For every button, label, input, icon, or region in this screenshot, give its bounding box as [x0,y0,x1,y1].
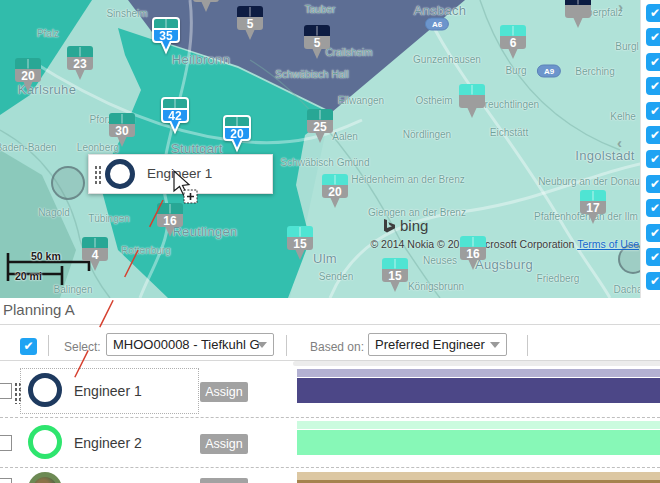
map-pin[interactable]: 25 [305,107,335,147]
svg-text:20: 20 [230,127,244,141]
svg-text:30: 30 [115,124,129,138]
based-on-label: Based on: [310,340,364,354]
layer-checkbox[interactable]: ✔ [646,77,660,95]
assign-button[interactable]: Assign [200,478,248,483]
gantt-bar-secondary [297,369,660,377]
map-pin[interactable]: 16 [458,234,488,274]
map-pin[interactable]: 35 [151,16,181,56]
map-pin[interactable]: 15 [380,256,410,296]
layer-checkbox[interactable]: ✔ [646,272,660,290]
map-layers-checkbox-strip: ✔✔✔✔✔✔✔✔✔✔✔✔ [640,0,660,298]
map-pin[interactable]: 42 [160,96,190,136]
map-pin[interactable] [457,82,487,122]
svg-text:17: 17 [586,201,600,215]
engineer-row[interactable]: Engineer 2 Assign [0,418,660,468]
engineer-avatar [28,373,62,407]
layer-checkbox[interactable]: ✔ [646,53,660,71]
svg-text:15: 15 [293,237,307,251]
map-pin[interactable]: 23 [65,44,95,84]
map-pin[interactable]: 6 [498,23,528,63]
engineer-avatar [28,472,62,483]
map-pin[interactable]: 5 [235,4,265,44]
map-pin[interactable] [191,0,221,16]
layer-checkbox[interactable]: ✔ [646,28,660,46]
svg-text:42: 42 [168,109,182,123]
map-pin[interactable]: 20 [320,172,350,212]
svg-text:16: 16 [466,247,480,261]
map-pan-left-icon[interactable]: ‹ [617,138,622,148]
svg-text:23: 23 [73,57,87,71]
based-on-value: Preferred Engineer [375,337,485,352]
engineer-row[interactable]: Assign [0,469,660,483]
svg-text:35: 35 [159,29,173,43]
page-title: Planning A [3,301,75,318]
map-pan-right-icon[interactable]: › [618,2,623,12]
layer-checkbox[interactable]: ✔ [646,4,660,22]
layer-checkbox[interactable]: ✔ [646,126,660,144]
select-all-checkbox[interactable]: ✔ [20,338,37,355]
gantt-bar-primary [297,378,660,403]
planning-toolbar: ✔ Select: MHOO00008 - Tiefkuhl G Based o… [0,325,660,361]
based-on-dropdown[interactable]: Preferred Engineer [368,333,507,356]
row-checkbox[interactable] [0,383,12,399]
engineer-name: Engineer 1 [147,166,212,181]
engineer-name: Engineer 2 [74,435,142,451]
chevron-down-icon [490,342,500,348]
map-pin[interactable] [563,0,593,32]
order-select-dropdown[interactable]: MHOO00008 - Tiefkuhl G [106,333,274,356]
layer-checkbox[interactable]: ✔ [646,150,660,168]
chevron-down-icon [257,342,267,348]
svg-text:15: 15 [388,269,402,283]
divider [286,335,287,356]
map-pin[interactable]: 5 [302,23,332,63]
layer-checkbox[interactable]: ✔ [646,224,660,242]
assign-button[interactable]: Assign [200,382,248,402]
drag-handle-icon[interactable] [94,165,101,185]
svg-text:20: 20 [21,69,35,83]
svg-text:25: 25 [313,120,327,134]
map-pin[interactable]: 4 [80,235,110,275]
engineer-row[interactable]: Engineer 1 Assign [0,366,660,416]
svg-text:5: 5 [247,17,254,31]
svg-text:20: 20 [328,185,342,199]
app-root: PfalzSinsheimHeilbronnSchwäbisch HallKar… [0,0,660,483]
map-pin[interactable]: 30 [107,111,137,151]
layer-checkbox[interactable]: ✔ [646,102,660,120]
select-label: Select: [64,340,101,354]
map-pin[interactable]: 16 [155,201,185,241]
svg-text:4: 4 [92,248,99,262]
map-attribution: © 2014 Nokia © 2014 Microsoft Corporatio… [370,238,639,250]
svg-text:6: 6 [510,36,517,50]
divider [48,335,49,356]
svg-text:16: 16 [163,214,177,228]
svg-text:5: 5 [314,36,321,50]
assign-button[interactable]: Assign [200,434,248,454]
row-checkbox[interactable] [0,435,12,451]
map-pin[interactable]: 17 [578,188,608,228]
layer-checkbox[interactable]: ✔ [646,199,660,217]
map-region[interactable]: PfalzSinsheimHeilbronnSchwäbisch HallKar… [0,0,660,298]
row-checkbox[interactable] [0,478,12,483]
gantt-bar-primary [297,430,660,455]
map-pin[interactable]: 15 [285,224,315,264]
engineer-avatar [105,159,135,189]
engineer-name: Engineer 1 [74,383,142,399]
gantt-bar-secondary [297,472,660,480]
map-pin[interactable]: 20 [222,114,252,154]
row-separator [0,467,660,468]
terms-of-use-link[interactable]: Terms of Use [577,238,639,250]
divider [527,335,528,356]
map-radius-circle [51,166,85,200]
map-pin[interactable]: 20 [13,56,43,96]
engineer-avatar [28,425,62,459]
layer-checkbox[interactable]: ✔ [646,248,660,266]
engineer-drag-card[interactable]: Engineer 1 [88,154,273,194]
gantt-bar-secondary [297,421,660,429]
order-select-value: MHOO00008 - Tiefkuhl G [113,337,260,352]
layer-checkbox[interactable]: ✔ [646,175,660,193]
